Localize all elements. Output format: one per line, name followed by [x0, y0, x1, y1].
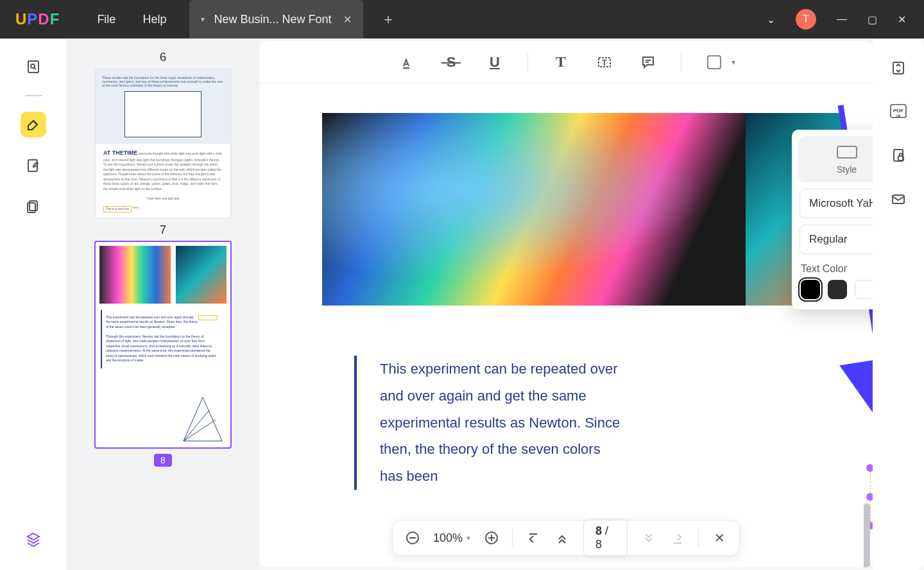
- underline-tool[interactable]: U: [484, 51, 506, 73]
- color-swatch-dark[interactable]: [828, 280, 847, 299]
- page-badge-8: 8: [154, 454, 172, 467]
- total-pages: 8: [595, 538, 602, 551]
- svg-point-1: [31, 64, 35, 68]
- chevron-down-double-icon: [642, 531, 655, 544]
- text-tool[interactable]: T: [550, 51, 572, 73]
- menu-file[interactable]: File: [97, 13, 116, 26]
- font-family-value: Microsoft YaHei: [809, 197, 873, 210]
- thumbnail-panel: 6 These studies laid the foundation for …: [67, 39, 259, 570]
- zoom-page-bar: 100% ▾ 8 / 8 ✕: [392, 520, 740, 556]
- shape-dropdown-icon[interactable]: ▾: [732, 58, 735, 67]
- svg-text:T: T: [602, 58, 607, 67]
- canvas-area: S U T T ▾ This experiment can be repeate…: [259, 41, 873, 567]
- hero-image-left: [322, 113, 773, 306]
- search-button[interactable]: [21, 54, 46, 80]
- strikethrough-tool[interactable]: S: [440, 51, 462, 73]
- close-icon: ✕: [714, 530, 725, 546]
- svg-rect-17: [893, 195, 904, 203]
- first-page-button[interactable]: [526, 529, 542, 547]
- highlight-icon: [400, 55, 415, 70]
- user-avatar[interactable]: T: [796, 9, 816, 30]
- pdfa-icon: PDF/A: [889, 103, 908, 121]
- envelope-icon: [891, 191, 906, 207]
- highlighter-icon: [26, 117, 41, 132]
- style-glyph-icon: [798, 145, 873, 163]
- tab-close-icon[interactable]: ✕: [343, 13, 352, 26]
- color-swatch-black[interactable]: [801, 280, 820, 299]
- pdfa-button[interactable]: PDF/A: [887, 100, 910, 123]
- minus-circle-icon: [405, 531, 419, 545]
- rail-separator: [25, 95, 42, 96]
- highlight-tool[interactable]: [397, 51, 418, 73]
- page-view[interactable]: This experiment can be repeated over and…: [290, 99, 842, 557]
- page-indicator[interactable]: 8 / 8: [583, 519, 628, 557]
- textbox-object[interactable]: This is a text box: [870, 468, 873, 526]
- annotation-toolbar: S U T T ▾: [259, 41, 873, 83]
- svg-rect-8: [837, 146, 857, 158]
- lock-file-icon: [891, 148, 906, 163]
- zoom-value: 100%: [433, 531, 463, 545]
- svg-rect-0: [28, 61, 38, 73]
- chevron-up-double-icon: [556, 531, 569, 544]
- search-icon: [26, 59, 41, 74]
- popover-tab-style-label: Style: [798, 164, 873, 175]
- window-close-icon[interactable]: ✕: [898, 13, 906, 26]
- edit-button[interactable]: [21, 153, 46, 178]
- protect-button[interactable]: [887, 144, 910, 167]
- thumbnail-page-6[interactable]: These studies laid the foundation for th…: [96, 69, 230, 218]
- window-maximize-icon[interactable]: ▢: [868, 13, 877, 26]
- close-zoombar-button[interactable]: ✕: [712, 529, 728, 547]
- edit-page-icon: [26, 158, 41, 173]
- popover-tab-style[interactable]: Style: [798, 136, 873, 182]
- pages-button[interactable]: [21, 194, 46, 220]
- dropdown-icon[interactable]: ⌄: [767, 13, 775, 26]
- document-tab[interactable]: ▾ New Busin... New Font ✕: [189, 0, 363, 39]
- vertical-scrollbar[interactable]: [864, 503, 870, 567]
- zoom-level[interactable]: 100% ▾: [433, 531, 470, 545]
- tab-title: New Busin... New Font: [214, 13, 331, 26]
- svg-text:PDF: PDF: [893, 108, 903, 114]
- tab-dropdown-icon[interactable]: ▾: [201, 15, 205, 24]
- text-color-label: Text Color: [801, 263, 873, 275]
- current-page: 8: [595, 524, 602, 537]
- toolbar-separator: [527, 53, 528, 71]
- shape-tool[interactable]: [703, 51, 725, 73]
- zoom-in-button[interactable]: [483, 529, 499, 547]
- zoom-out-button[interactable]: [404, 529, 420, 547]
- thumb6-header: These studies laid the foundation for th…: [96, 69, 230, 144]
- last-page-icon: [671, 531, 684, 544]
- new-tab-button[interactable]: ＋: [381, 10, 395, 29]
- pages-icon: [26, 199, 41, 214]
- prev-page-button[interactable]: [554, 529, 570, 547]
- toolbar-separator-2: [681, 53, 681, 71]
- menu-help[interactable]: Help: [142, 13, 166, 26]
- text-color-swatches: [801, 280, 873, 299]
- plus-circle-icon: [484, 531, 499, 545]
- textbox-tool[interactable]: T: [594, 51, 615, 73]
- font-weight-value: Regular: [809, 233, 848, 246]
- page-sep: /: [602, 524, 608, 537]
- svg-text:/A: /A: [896, 114, 901, 118]
- chevron-down-icon: ▾: [466, 533, 470, 542]
- body-paragraph: This experiment can be repeated over and…: [354, 356, 624, 490]
- window-minimize-icon[interactable]: —: [837, 13, 847, 25]
- text-properties-popover: Style Aa Font Microsoft YaHei ▾ Regular …: [792, 130, 873, 309]
- layers-icon: [26, 531, 41, 547]
- left-sidebar: [0, 39, 67, 570]
- convert-icon: [891, 60, 906, 76]
- layers-button[interactable]: [21, 526, 46, 552]
- comment-tool[interactable]: [637, 51, 659, 73]
- right-sidebar: PDF/A: [873, 39, 924, 570]
- convert-button[interactable]: [887, 56, 910, 80]
- first-page-icon: [527, 531, 540, 544]
- color-swatch-white[interactable]: [855, 280, 873, 299]
- app-logo: UPDF: [15, 10, 60, 28]
- comment-icon: [640, 55, 656, 70]
- font-weight-select[interactable]: Regular ▾: [800, 225, 873, 254]
- annotate-button[interactable]: [21, 112, 46, 137]
- font-family-select[interactable]: Microsoft YaHei ▾: [800, 189, 873, 218]
- thumbnail-page-8[interactable]: This experiment can be repeated over and…: [96, 242, 230, 447]
- textbox-icon: T: [597, 55, 612, 70]
- share-button[interactable]: [887, 187, 910, 211]
- last-page-button: [669, 529, 685, 547]
